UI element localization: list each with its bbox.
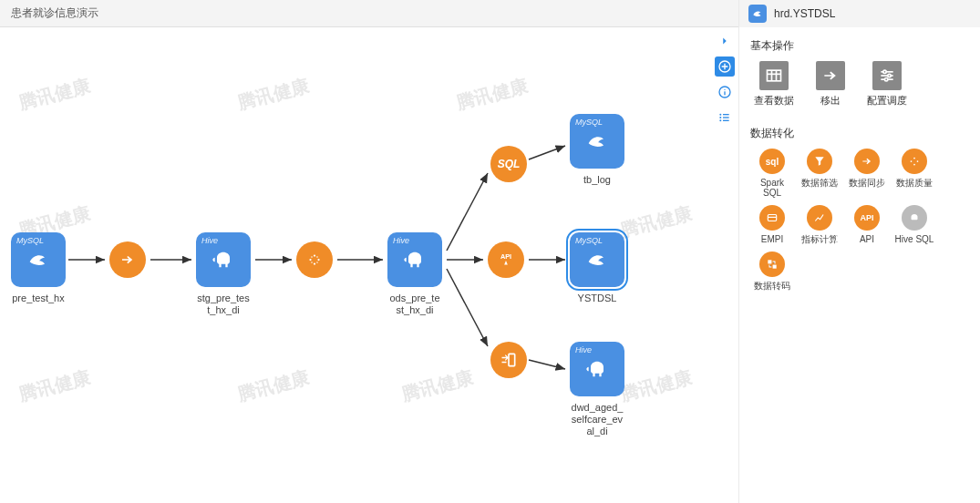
svg-line-6 (447, 269, 488, 346)
list-icon[interactable] (715, 108, 735, 128)
add-icon[interactable] (715, 56, 735, 77)
svg-point-22 (724, 89, 725, 90)
op-export[interactable]: 移出 (810, 61, 851, 108)
transform-export[interactable] (490, 342, 527, 378)
transform-arrow[interactable] (109, 241, 146, 278)
arrow-right-icon (816, 61, 845, 90)
svg-rect-47 (773, 265, 777, 269)
svg-line-4 (447, 173, 488, 251)
right-panel: hrd.YSTDSL 基本操作 查看数据 移出 配置调度 数据转化 sqlSpa… (738, 0, 980, 503)
svg-rect-19 (509, 354, 515, 365)
watermark: 腾讯健康 (235, 364, 312, 407)
chart-icon (807, 205, 832, 231)
watermark: 腾讯健康 (454, 73, 531, 116)
table-icon (759, 61, 789, 90)
tf-hive-sql[interactable]: Hive SQL (892, 205, 936, 244)
op-view-data[interactable]: 查看数据 (754, 61, 794, 108)
dolphin-icon (584, 247, 610, 272)
svg-line-7 (529, 146, 565, 159)
arrow-right-icon (119, 252, 136, 268)
tf-filter[interactable]: 数据筛选 (798, 149, 841, 198)
svg-point-15 (316, 256, 318, 258)
elephant-icon (584, 356, 610, 382)
svg-rect-27 (723, 117, 729, 118)
dolphin-icon (748, 5, 767, 23)
svg-rect-30 (768, 70, 781, 81)
transforms-title: 数据转化 (739, 115, 980, 149)
spark-icon (902, 149, 927, 174)
dolphin-icon (26, 247, 51, 272)
svg-point-16 (311, 262, 313, 263)
hive-icon (902, 205, 927, 231)
spark-icon (306, 252, 323, 268)
dolphin-icon (584, 128, 610, 154)
sql-icon: SQL (498, 158, 521, 170)
svg-point-10 (314, 254, 315, 256)
svg-point-11 (314, 262, 315, 264)
tf-spark-sql[interactable]: sqlSpark SQL (750, 149, 794, 198)
transform-sql[interactable]: SQL (490, 146, 527, 182)
node-stg-pre-test-hx-di[interactable]: Hive stg_pre_test_hx_di (196, 232, 251, 316)
arrow-right-icon (854, 149, 880, 174)
svg-point-13 (317, 259, 319, 261)
svg-rect-46 (768, 260, 771, 263)
elephant-icon (402, 247, 428, 272)
svg-rect-23 (724, 91, 725, 95)
svg-point-40 (913, 158, 915, 159)
info-icon[interactable] (715, 82, 735, 102)
watermark: 腾讯健康 (235, 73, 312, 116)
node-tb-log[interactable]: MySQL tb_log (570, 114, 624, 186)
svg-point-28 (719, 119, 721, 121)
node-ods-pre-test-hx-di[interactable]: Hive ods_pre_test_hx_di (387, 232, 442, 316)
tf-metric[interactable]: 指标计算 (798, 205, 841, 244)
tf-sync[interactable]: 数据同步 (845, 149, 889, 198)
panel-title: hrd.YSTDSL (774, 7, 835, 20)
svg-point-14 (311, 256, 313, 258)
api-icon: API (854, 205, 880, 231)
flow-canvas[interactable]: 腾讯健康 腾讯健康 腾讯健康 腾讯健康 腾讯健康 腾讯健康 腾讯健康 腾讯健康 … (0, 27, 738, 503)
tf-encode[interactable]: 数据转码 (750, 252, 794, 291)
sliders-icon (872, 61, 902, 90)
watermark: 腾讯健康 (16, 73, 93, 116)
svg-point-17 (316, 262, 318, 263)
svg-point-35 (883, 70, 886, 73)
export-icon (500, 351, 518, 369)
svg-point-39 (885, 78, 888, 81)
encode-icon (759, 252, 785, 277)
transform-api[interactable]: API (488, 241, 524, 278)
transform-spark[interactable] (296, 241, 333, 278)
node-dwd-aged-selfcare[interactable]: Hive dwd_aged_selfcare_eval_di (570, 342, 624, 438)
svg-text:API: API (500, 252, 511, 261)
sql-icon: sql (759, 149, 785, 174)
node-pre-test-hx[interactable]: MySQL pre_test_hx (11, 232, 66, 304)
node-ystdsl[interactable]: MySQL YSTDSL (570, 232, 624, 304)
svg-point-37 (888, 74, 891, 77)
svg-point-26 (719, 117, 721, 118)
tf-quality[interactable]: 数据质量 (892, 149, 936, 198)
panel-header: hrd.YSTDSL (739, 0, 980, 27)
api-icon: API (496, 250, 516, 270)
chevron-right-icon[interactable] (715, 31, 735, 51)
svg-point-42 (911, 160, 913, 162)
svg-rect-29 (723, 120, 729, 121)
svg-point-12 (309, 259, 311, 261)
watermark: 腾讯健康 (618, 364, 695, 407)
svg-point-41 (913, 164, 915, 166)
card-icon (759, 205, 785, 231)
watermark: 腾讯健康 (618, 200, 695, 243)
svg-line-9 (529, 360, 565, 369)
op-schedule[interactable]: 配置调度 (867, 61, 907, 108)
tf-empi[interactable]: EMPI (750, 205, 794, 244)
svg-point-24 (719, 114, 721, 116)
tf-api[interactable]: APIAPI (845, 205, 889, 244)
basic-ops-title: 基本操作 (739, 27, 980, 61)
basic-ops-row: 查看数据 移出 配置调度 (739, 61, 980, 115)
elephant-icon (211, 247, 236, 272)
side-toolbar (711, 27, 738, 128)
svg-rect-25 (723, 114, 729, 115)
filter-icon (807, 149, 832, 174)
svg-point-43 (917, 160, 919, 162)
watermark: 腾讯健康 (399, 364, 476, 407)
transforms-grid: sqlSpark SQL 数据筛选 数据同步 数据质量 EMPI 指标计算 AP… (739, 149, 980, 291)
page-title: 患者就诊信息演示 (11, 5, 98, 21)
